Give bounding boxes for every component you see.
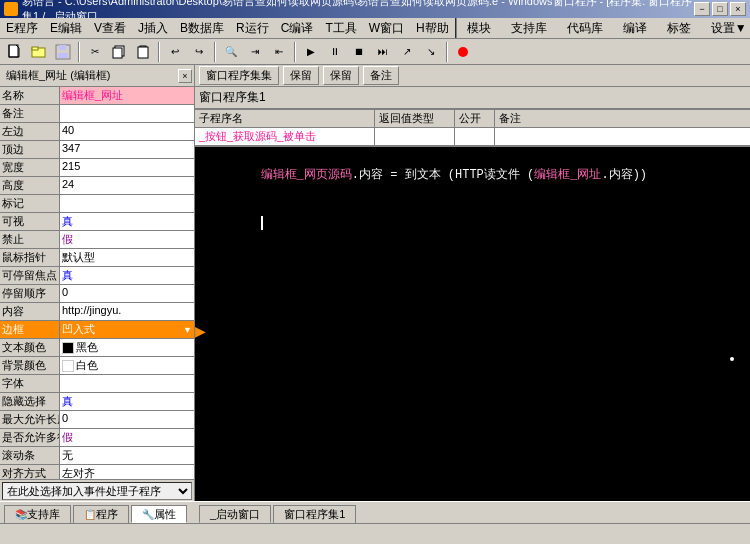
prop-value-taborder[interactable]: 0 <box>60 285 194 302</box>
menu-support[interactable]: 支持库 <box>505 18 553 39</box>
prop-value-multiline[interactable]: 假 <box>60 429 194 446</box>
prop-value-visible[interactable]: 真 <box>60 213 194 230</box>
prop-label-left: 左边 <box>0 123 60 140</box>
menu-module[interactable]: 模块 <box>461 18 497 39</box>
arrow-indicator: ▶ <box>195 323 206 339</box>
tab-properties[interactable]: 🔧 属性 <box>131 505 187 523</box>
note-button[interactable]: 备注 <box>363 66 399 85</box>
event-dropdown[interactable]: 在此处选择加入事件处理子程序 <box>2 482 192 500</box>
left-panel-header: 编辑框_网址 (编辑框) × <box>0 65 194 87</box>
prop-label-comment: 备注 <box>0 105 60 122</box>
bottom-tab-bar: 📚 支持库 📋 程序 🔧 属性 _启动窗口 窗口程序集1 <box>0 502 750 524</box>
window-controls: − □ × <box>694 2 746 16</box>
outdent-button[interactable]: ⇤ <box>268 41 290 63</box>
prop-row-align: 对齐方式 左对齐 <box>0 465 194 479</box>
menu-program[interactable]: E程序 <box>0 18 44 39</box>
prop-value-content[interactable]: http://jingyu. <box>60 303 194 320</box>
step-button[interactable]: ⏭ <box>372 41 394 63</box>
prop-row-top: 顶边 347 <box>0 141 194 159</box>
prop-row-visible: 可视 真 <box>0 213 194 231</box>
app-icon <box>4 2 18 16</box>
maximize-button[interactable]: □ <box>712 2 728 16</box>
prop-row-height: 高度 24 <box>0 177 194 195</box>
menu-insert[interactable]: J插入 <box>132 18 174 39</box>
menu-help[interactable]: H帮助 <box>410 18 455 39</box>
menu-build[interactable]: 编译 <box>617 18 653 39</box>
col-returntype: 返回值类型 <box>375 110 455 127</box>
prop-value-font[interactable] <box>60 375 194 392</box>
menu-tags[interactable]: 标签 <box>661 18 697 39</box>
right-panel: 窗口程序集集 保留 保留 备注 窗口程序集1 子程序名 返回值类型 公开 备注 … <box>195 65 750 501</box>
code-area[interactable]: 编辑框_网页源码.内容 = 到文本 (HTTP读文件 (编辑框_网址.内容)) <box>195 147 750 501</box>
prop-row-name: 名称 编辑框_网址 <box>0 87 194 105</box>
menu-codelib[interactable]: 代码库 <box>561 18 609 39</box>
prop-value-textcolor[interactable]: 黑色 <box>60 339 194 356</box>
title-bar: 易语言 - C:\Users\Administrator\Desktop\易语言… <box>0 0 750 18</box>
window-set-button[interactable]: 窗口程序集集 <box>199 66 279 85</box>
prop-value-name[interactable]: 编辑框_网址 <box>60 87 194 104</box>
reserve-button-1[interactable]: 保留 <box>283 66 319 85</box>
prop-value-focusable[interactable]: 真 <box>60 267 194 284</box>
tab-properties-label: 属性 <box>154 507 176 522</box>
left-panel-close-button[interactable]: × <box>178 69 192 83</box>
pause-button[interactable]: ⏸ <box>324 41 346 63</box>
prop-value-scrollbar[interactable]: 无 <box>60 447 194 464</box>
prop-value-bgcolor[interactable]: 白色 <box>60 357 194 374</box>
prop-value-border[interactable]: 凹入式 ▼ <box>60 321 194 338</box>
right-top-bar: 窗口程序集集 保留 保留 备注 <box>195 65 750 87</box>
paste-button[interactable] <box>132 41 154 63</box>
code-line-1: 编辑框_网页源码.内容 = 到文本 (HTTP读文件 (编辑框_网址.内容)) <box>203 151 742 199</box>
sub-row-1[interactable]: _按钮_获取源码_被单击 <box>195 128 750 146</box>
indent-button[interactable]: ⇥ <box>244 41 266 63</box>
prop-value-hidesel[interactable]: 真 <box>60 393 194 410</box>
minimize-button[interactable]: − <box>694 2 710 16</box>
event-selector[interactable]: 在此处选择加入事件处理子程序 <box>0 479 194 501</box>
tab-support[interactable]: 📚 支持库 <box>4 505 71 523</box>
sub-table-header: 子程序名 返回值类型 公开 备注 <box>195 110 750 128</box>
find-button[interactable]: 🔍 <box>220 41 242 63</box>
stepout-button[interactable]: ↘ <box>420 41 442 63</box>
prop-value-cursor[interactable]: 默认型 <box>60 249 194 266</box>
menu-database[interactable]: B数据库 <box>174 18 230 39</box>
cut-button[interactable]: ✂ <box>84 41 106 63</box>
svg-rect-9 <box>138 47 148 58</box>
sub-cell-public-1 <box>455 128 495 145</box>
sub-program-table: 子程序名 返回值类型 公开 备注 _按钮_获取源码_被单击 <box>195 110 750 147</box>
reserve-button-2[interactable]: 保留 <box>323 66 359 85</box>
tab-startup-window[interactable]: _启动窗口 <box>199 505 271 523</box>
prop-label-focusable: 可停留焦点 <box>0 267 60 284</box>
menu-compile[interactable]: C编译 <box>275 18 320 39</box>
tab-window-set[interactable]: 窗口程序集1 <box>273 505 356 523</box>
new-button[interactable] <box>4 41 26 63</box>
menu-edit[interactable]: E编辑 <box>44 18 88 39</box>
save-button[interactable] <box>52 41 74 63</box>
copy-button[interactable] <box>108 41 130 63</box>
tab-program[interactable]: 📋 程序 <box>73 505 129 523</box>
undo-button[interactable]: ↩ <box>164 41 186 63</box>
prop-value-align[interactable]: 左对齐 <box>60 465 194 479</box>
stop-button[interactable]: ⏹ <box>348 41 370 63</box>
breakpoint-button[interactable] <box>452 41 474 63</box>
menu-view[interactable]: V查看 <box>88 18 132 39</box>
prop-value-left[interactable]: 40 <box>60 123 194 140</box>
close-button[interactable]: × <box>730 2 746 16</box>
prop-value-comment[interactable] <box>60 105 194 122</box>
svg-rect-2 <box>32 47 38 50</box>
menu-settings[interactable]: 设置▼ <box>705 18 750 39</box>
prop-value-height[interactable]: 24 <box>60 177 194 194</box>
prop-row-textcolor: 文本颜色 黑色 <box>0 339 194 357</box>
prop-value-width[interactable]: 215 <box>60 159 194 176</box>
prop-value-top[interactable]: 347 <box>60 141 194 158</box>
prop-value-disabled[interactable]: 假 <box>60 231 194 248</box>
prop-label-textcolor: 文本颜色 <box>0 339 60 356</box>
menu-window[interactable]: W窗口 <box>363 18 410 39</box>
prop-value-tag[interactable] <box>60 195 194 212</box>
menu-tools[interactable]: T工具 <box>319 18 362 39</box>
stepover-button[interactable]: ↗ <box>396 41 418 63</box>
open-button[interactable] <box>28 41 50 63</box>
menu-run[interactable]: R运行 <box>230 18 275 39</box>
redo-button[interactable]: ↪ <box>188 41 210 63</box>
prop-label-name: 名称 <box>0 87 60 104</box>
prop-value-maxlen[interactable]: 0 <box>60 411 194 428</box>
run-button[interactable]: ▶ <box>300 41 322 63</box>
